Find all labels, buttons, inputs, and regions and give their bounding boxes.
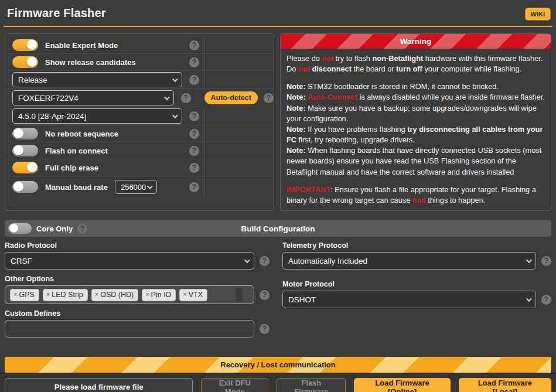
load-firmware-file-button[interactable]: Please load firmware file bbox=[5, 378, 193, 392]
option-row-release-candidates: Show release candidates ? bbox=[5, 54, 274, 71]
telemetry-protocol-value: Automatically Included bbox=[288, 257, 367, 265]
option-tag: ×GPS bbox=[10, 289, 39, 301]
help-icon[interactable]: ? bbox=[189, 146, 199, 156]
exit-dfu-button[interactable]: Exit DFU Mode bbox=[201, 378, 268, 392]
help-icon[interactable]: ? bbox=[77, 224, 87, 234]
warning-body-text: Please do not try to flash non-Betafligh… bbox=[281, 49, 551, 210]
full-chip-erase-label: Full chip erase bbox=[45, 163, 98, 172]
version-value: 4.5.0 [28-Apr-2024] bbox=[18, 112, 86, 121]
option-row-expert-mode: Enable Expert Mode ? bbox=[5, 37, 274, 54]
help-icon[interactable]: ? bbox=[264, 93, 274, 103]
release-type-value: Release bbox=[18, 76, 47, 84]
no-reboot-label: No reboot sequence bbox=[45, 129, 118, 138]
radio-protocol-value: CRSF bbox=[11, 257, 32, 265]
release-candidates-toggle[interactable] bbox=[12, 56, 38, 68]
manual-baud-label: Manual baud rate bbox=[45, 183, 108, 192]
radio-protocol-label: Radio Protocol bbox=[5, 241, 270, 250]
wiki-button[interactable]: WIKI bbox=[525, 8, 551, 21]
page-title: Firmware Flasher bbox=[7, 6, 106, 20]
remove-tag-icon[interactable]: × bbox=[46, 291, 50, 298]
help-icon[interactable]: ? bbox=[189, 111, 199, 121]
core-only-toggle[interactable] bbox=[8, 223, 32, 234]
help-icon[interactable]: ? bbox=[189, 129, 199, 139]
motor-protocol-field: Motor Protocol DSHOT ? bbox=[282, 280, 551, 308]
recovery-bar[interactable]: Recovery / Lost communication bbox=[5, 357, 551, 373]
custom-defines-label: Custom Defines bbox=[5, 309, 270, 318]
motor-protocol-label: Motor Protocol bbox=[282, 280, 551, 288]
help-icon[interactable]: ? bbox=[541, 256, 551, 266]
remove-tag-icon[interactable]: × bbox=[13, 291, 17, 298]
help-icon[interactable]: ? bbox=[260, 256, 270, 266]
baud-rate-select[interactable]: 256000 bbox=[115, 180, 157, 194]
radio-protocol-field: Radio Protocol CRSF ? bbox=[5, 241, 270, 270]
recovery-bar-label: Recovery / Lost communication bbox=[220, 360, 336, 369]
expert-mode-toggle[interactable] bbox=[12, 39, 38, 51]
remove-tag-icon[interactable]: × bbox=[95, 291, 98, 298]
help-icon[interactable]: ? bbox=[189, 40, 199, 50]
option-row-no-reboot: No reboot sequence ? bbox=[5, 125, 274, 142]
option-row-full-chip-erase: Full chip erase ? bbox=[5, 159, 274, 176]
chevron-down-icon bbox=[164, 94, 170, 100]
expert-mode-label: Enable Expert Mode bbox=[45, 41, 118, 50]
option-row-board: FOXEERF722V4 ? Auto-detect ? bbox=[5, 89, 274, 107]
multiselect-caret bbox=[236, 288, 242, 301]
help-icon[interactable]: ? bbox=[189, 75, 199, 85]
help-icon[interactable]: ? bbox=[189, 163, 199, 173]
build-configuration-grid: Radio Protocol CRSF ? Other Options ×GPS… bbox=[5, 241, 551, 343]
full-chip-erase-toggle[interactable] bbox=[12, 162, 38, 173]
tag-label: Pin IO bbox=[151, 291, 172, 299]
warning-title: Warning bbox=[400, 37, 432, 46]
no-reboot-toggle[interactable] bbox=[12, 128, 38, 139]
board-value: FOXEERF722V4 bbox=[18, 94, 79, 103]
flash-firmware-button[interactable]: Flash Firmware bbox=[277, 378, 346, 392]
core-only-label: Core Only bbox=[36, 224, 73, 233]
remove-tag-icon[interactable]: × bbox=[145, 291, 149, 298]
help-icon[interactable]: ? bbox=[189, 57, 199, 67]
warning-header: Warning bbox=[281, 34, 551, 49]
flash-on-connect-toggle[interactable] bbox=[12, 145, 38, 156]
board-select[interactable]: FOXEERF722V4 bbox=[12, 90, 174, 105]
custom-defines-input[interactable] bbox=[5, 320, 254, 338]
help-icon[interactable]: ? bbox=[181, 93, 191, 103]
flash-options-panel: Enable Expert Mode ? Show release candid… bbox=[5, 33, 274, 211]
option-tag: ×OSD (HD) bbox=[91, 289, 138, 301]
build-right-column: Telemetry Protocol Automatically Include… bbox=[282, 241, 551, 343]
load-firmware-local-button[interactable]: Load Firmware [Local] bbox=[459, 378, 551, 392]
help-icon[interactable]: ? bbox=[541, 295, 551, 305]
flash-on-connect-label: Flash on connect bbox=[45, 146, 108, 155]
toggle-knob bbox=[27, 40, 37, 50]
help-icon[interactable]: ? bbox=[260, 290, 270, 300]
option-row-flash-on-connect: Flash on connect ? bbox=[5, 142, 274, 159]
build-configuration-bar: Core Only ? Build Configuration bbox=[5, 220, 551, 237]
other-options-field: Other Options ×GPS×LED Strip×OSD (HD)×Pi… bbox=[5, 275, 270, 304]
toggle-knob bbox=[27, 162, 37, 172]
option-tag: ×VTX bbox=[179, 289, 207, 301]
help-icon[interactable]: ? bbox=[260, 324, 270, 334]
tag-label: LED Strip bbox=[52, 291, 83, 299]
motor-protocol-select[interactable]: DSHOT bbox=[282, 291, 536, 308]
remove-tag-icon[interactable]: × bbox=[183, 291, 186, 298]
release-type-select[interactable]: Release bbox=[12, 72, 182, 87]
warning-panel: Warning Please do not try to flash non-B… bbox=[280, 33, 551, 211]
chevron-down-icon bbox=[147, 183, 153, 189]
version-select[interactable]: 4.5.0 [28-Apr-2024] bbox=[12, 108, 182, 124]
tag-label: OSD (HD) bbox=[100, 291, 134, 299]
manual-baud-toggle[interactable] bbox=[12, 181, 38, 193]
release-candidates-label: Show release candidates bbox=[45, 58, 136, 67]
chevron-down-icon bbox=[526, 296, 532, 302]
other-options-multiselect[interactable]: ×GPS×LED Strip×OSD (HD)×Pin IO×VTX bbox=[5, 285, 254, 304]
telemetry-protocol-select[interactable]: Automatically Included bbox=[282, 252, 536, 270]
chevron-down-icon bbox=[244, 257, 250, 263]
page-header: Firmware Flasher WIKI bbox=[0, 0, 556, 26]
tag-label: VTX bbox=[189, 291, 203, 299]
telemetry-protocol-field: Telemetry Protocol Automatically Include… bbox=[282, 241, 551, 270]
help-icon[interactable]: ? bbox=[189, 182, 199, 192]
load-firmware-online-button[interactable]: Load Firmware [Online] bbox=[354, 378, 450, 392]
radio-protocol-select[interactable]: CRSF bbox=[5, 252, 254, 270]
motor-protocol-value: DSHOT bbox=[288, 295, 316, 304]
auto-detect-button[interactable]: Auto-detect bbox=[204, 91, 258, 104]
flasher-top-row: Enable Expert Mode ? Show release candid… bbox=[5, 33, 551, 211]
baud-rate-value: 256000 bbox=[121, 183, 146, 192]
chevron-down-icon bbox=[526, 257, 532, 263]
footer-toolbar: Please load firmware file Exit DFU Mode … bbox=[0, 373, 556, 392]
